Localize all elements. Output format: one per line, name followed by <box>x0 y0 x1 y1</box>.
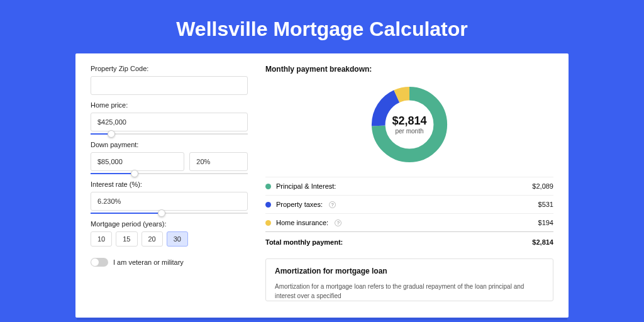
down-payment-pct-input[interactable] <box>189 152 248 171</box>
breakdown-item-value: $2,089 <box>532 182 553 190</box>
page-title: Wellsville Mortgage Calculator <box>0 0 644 53</box>
amortization-text: Amortization for a mortgage loan refers … <box>275 282 544 301</box>
veteran-toggle[interactable] <box>91 258 108 267</box>
interest-rate-label: Interest rate (%): <box>91 180 248 188</box>
breakdown-item-label: Property taxes: <box>276 201 323 208</box>
home-price-input[interactable] <box>91 113 248 131</box>
down-payment-input[interactable] <box>91 152 184 171</box>
slider-thumb[interactable] <box>131 170 138 177</box>
dot-icon <box>265 184 271 189</box>
total-label: Total monthly payment: <box>265 238 343 246</box>
slider-thumb[interactable] <box>158 209 165 217</box>
period-button-group: 10 15 20 30 <box>91 231 248 247</box>
amortization-box: Amortization for mortgage loan Amortizat… <box>265 258 553 301</box>
breakdown-row-taxes: Property taxes: ? $531 <box>265 195 553 213</box>
interest-rate-slider[interactable] <box>91 213 248 214</box>
down-payment-label: Down payment: <box>91 141 248 148</box>
interest-rate-input[interactable] <box>91 192 248 211</box>
veteran-label: I am veteran or military <box>113 258 184 266</box>
donut-chart: $2,814 per month <box>369 84 450 165</box>
period-button-15[interactable]: 15 <box>116 231 137 247</box>
breakdown-item-label: Principal & Interest: <box>276 182 336 190</box>
breakdown-item-label: Home insurance: <box>276 219 328 226</box>
period-button-20[interactable]: 20 <box>142 231 163 247</box>
veteran-toggle-row: I am veteran or military <box>91 258 248 267</box>
breakdown-heading: Monthly payment breakdown: <box>265 65 553 74</box>
period-button-30[interactable]: 30 <box>167 231 188 247</box>
input-panel: Property Zip Code: Home price: Down paym… <box>91 65 248 318</box>
help-icon[interactable]: ? <box>329 201 336 208</box>
dot-icon <box>265 202 271 208</box>
breakdown-row-total: Total monthly payment: $2,814 <box>265 231 553 251</box>
breakdown-row-insurance: Home insurance: ? $194 <box>265 213 553 231</box>
donut-subtext: per month <box>395 128 423 135</box>
breakdown-item-value: $531 <box>538 201 553 208</box>
breakdown-row-principal: Principal & Interest: $2,089 <box>265 177 553 195</box>
donut-chart-wrap: $2,814 per month <box>265 80 553 177</box>
dot-icon <box>265 220 271 226</box>
calculator-card: Property Zip Code: Home price: Down paym… <box>75 53 569 318</box>
breakdown-item-value: $194 <box>538 219 553 226</box>
home-price-slider[interactable] <box>91 133 248 135</box>
zip-input[interactable] <box>91 76 248 95</box>
help-icon[interactable]: ? <box>335 219 341 226</box>
results-panel: Monthly payment breakdown: $2,814 per mo… <box>265 65 553 318</box>
amortization-title: Amortization for mortgage loan <box>275 267 544 275</box>
slider-thumb[interactable] <box>108 130 115 138</box>
down-payment-slider[interactable] <box>91 173 248 174</box>
total-value: $2,814 <box>532 238 553 246</box>
mortgage-period-label: Mortgage period (years): <box>91 220 248 228</box>
period-button-10[interactable]: 10 <box>91 231 112 247</box>
home-price-label: Home price: <box>91 101 248 109</box>
zip-label: Property Zip Code: <box>91 65 248 72</box>
donut-amount: $2,814 <box>392 114 426 128</box>
